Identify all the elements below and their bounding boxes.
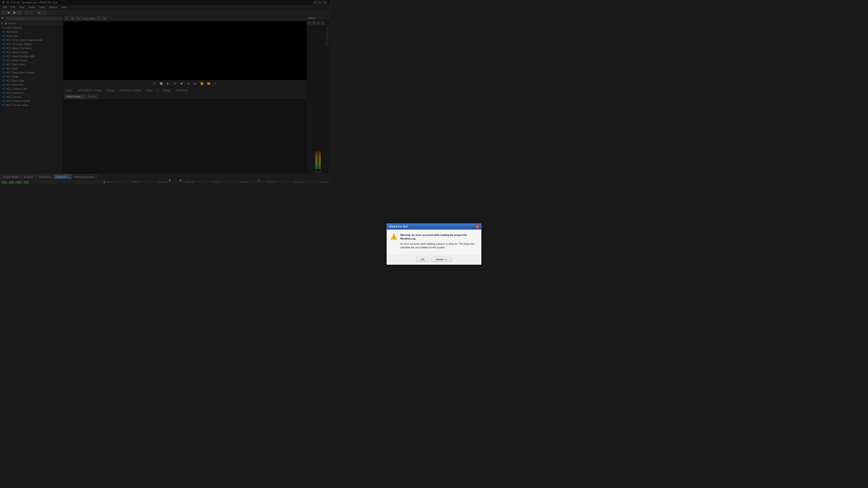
dialog-overlay: VEGAS Pro 16.0 ✕ ! Warning: An error occ… [0, 0, 329, 184]
